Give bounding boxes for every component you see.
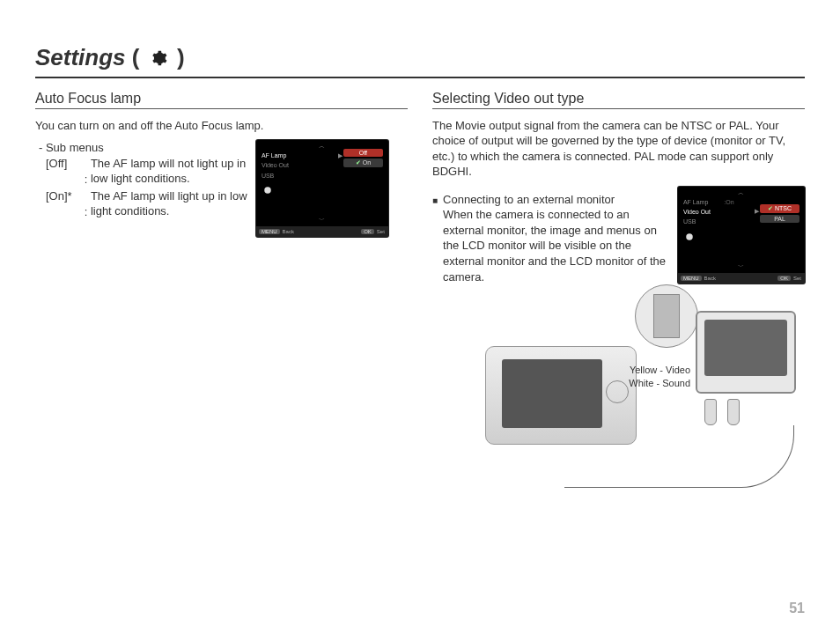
lcd-menu-item: Video Out (683, 207, 734, 217)
lcd-bottom-bar: MENU Back OK Set (256, 226, 388, 237)
camera-lcd-video-out: ︿ AF Lamp:On Video Out USB ▶ ✔NTSC PAL ﹀… (678, 187, 805, 284)
submenu-sep: : (85, 172, 88, 185)
lcd-menu-item: AF Lamp:On (683, 197, 734, 207)
camera-screen (502, 359, 602, 428)
lcd-options: Off ✔On (343, 149, 383, 169)
right-content-row: ■ Connecting to an external monitor When… (432, 187, 805, 284)
lcd-menu-label: AF Lamp (683, 199, 708, 205)
camera-dpad-icon (606, 380, 629, 403)
gear-icon (150, 46, 167, 73)
check-icon: ✔ (356, 159, 361, 166)
lcd-options: ✔NTSC PAL (760, 204, 799, 225)
camera-lcd-af-lamp: ︿ AF Lamp Video Out USB ▶ Off ✔On ﹀ MENU (256, 140, 388, 237)
page-title: Settings ( ) (35, 44, 185, 73)
menu-pill: MENU (681, 276, 702, 281)
submenu-sep: : (85, 204, 88, 217)
title-text: Settings (35, 44, 126, 70)
right-heading: Selecting Video out type (432, 91, 805, 109)
paren-open: ( (126, 44, 146, 70)
paren-close: ) (171, 44, 185, 70)
triangle-right-icon: ▶ (338, 152, 343, 159)
submenu-item: [Off] : The AF lamp will not light up in… (39, 156, 249, 187)
page-number: 51 (789, 601, 805, 616)
lcd-option-label: PAL (774, 216, 785, 222)
submenu-key: [Off] (46, 156, 81, 172)
gear-icon (685, 232, 694, 242)
svg-point-1 (686, 233, 693, 240)
lcd-bottom-bar: MENU Back OK Set (678, 273, 805, 284)
bullet-title: Connecting to an external monitor (443, 193, 615, 206)
connection-illustration: Yellow - Video White - Sound (432, 293, 805, 513)
left-heading: Auto Focus lamp (35, 91, 408, 109)
submenu-block: - Sub menus [Off] : The AF lamp will not… (39, 140, 249, 221)
right-column: Selecting Video out type The Movie outpu… (432, 91, 805, 513)
left-intro: You can turn on and off the Auto Focus l… (35, 118, 408, 134)
left-column: Auto Focus lamp You can turn on and off … (35, 91, 408, 513)
sound-cable-label: White - Sound (629, 377, 690, 390)
lcd-option: PAL (760, 215, 799, 223)
tv-illustration (696, 311, 796, 394)
set-label: Set (793, 276, 801, 281)
square-bullet-icon: ■ (432, 195, 438, 284)
back-label: Back (704, 276, 716, 281)
ok-pill: OK (361, 229, 374, 234)
set-label: Set (377, 229, 385, 234)
ok-pill: OK (777, 276, 791, 281)
av-plugs-icon (701, 399, 754, 434)
manual-page: Settings ( ) Auto Focus lamp You can tur… (0, 0, 840, 634)
lcd-option-label: NTSC (775, 205, 792, 211)
video-cable-label: Yellow - Video (629, 364, 690, 377)
lcd-option: ✔NTSC (760, 204, 799, 213)
submenu-desc: The AF lamp will light up in low light c… (91, 188, 249, 219)
back-label: Back (283, 229, 294, 234)
page-title-row: Settings ( ) (35, 44, 805, 78)
submenu-desc: The AF lamp will not light up in low lig… (91, 156, 249, 187)
left-content-row: - Sub menus [Off] : The AF lamp will not… (35, 140, 408, 237)
lcd-menu-value: :On (724, 199, 733, 205)
bullet-body: When the camera is connected to an exter… (443, 208, 666, 283)
gear-icon (263, 186, 272, 195)
lcd-menu-item: AF Lamp (262, 151, 289, 160)
lcd-option: Off (343, 149, 383, 157)
zoom-circle-icon (635, 284, 698, 348)
bullet-text: Connecting to an external monitor When t… (443, 192, 669, 284)
lcd-option: ✔On (343, 158, 383, 167)
tv-screen (704, 320, 787, 376)
plug-audio-icon (727, 399, 740, 425)
lcd-menu-item: Video Out (262, 160, 289, 170)
cable-line (564, 425, 794, 488)
lcd-menu-item: USB (683, 217, 734, 226)
lcd-option-label: Off (359, 150, 367, 156)
chevron-down-icon: ﹀ (319, 216, 325, 225)
submenu-label: - Sub menus (39, 140, 249, 156)
submenu-key: [On]* (46, 188, 81, 204)
plug-video-icon (704, 399, 717, 425)
submenu-item: [On]* : The AF lamp will light up in low… (39, 188, 249, 219)
lcd-option-label: On (363, 159, 371, 166)
check-icon: ✔ (768, 205, 773, 211)
chevron-up-icon: ︿ (738, 188, 744, 197)
chevron-up-icon: ︿ (319, 142, 325, 151)
cable-labels: Yellow - Video White - Sound (629, 364, 690, 391)
lcd-menu-list: AF Lamp Video Out USB (262, 151, 289, 181)
lcd-menu-item: USB (262, 171, 289, 181)
chevron-down-icon: ﹀ (738, 262, 744, 271)
columns: Auto Focus lamp You can turn on and off … (35, 91, 805, 513)
triangle-right-icon: ▶ (755, 208, 759, 215)
bullet-paragraph: ■ Connecting to an external monitor When… (432, 192, 669, 284)
svg-point-0 (264, 187, 271, 194)
lcd-menu-list: AF Lamp:On Video Out USB (683, 197, 734, 227)
menu-pill: MENU (259, 229, 280, 234)
right-intro: The Movie output signal from the camera … (432, 118, 805, 180)
